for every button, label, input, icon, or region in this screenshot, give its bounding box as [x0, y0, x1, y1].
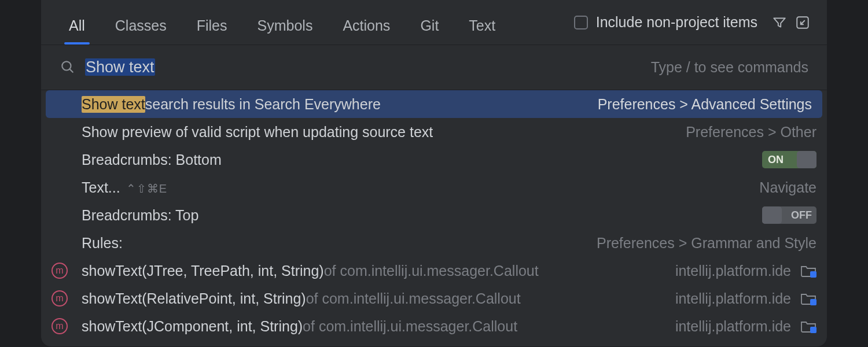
- result-label: Show preview of valid script when updati…: [82, 124, 433, 141]
- method-icon: m: [52, 290, 68, 307]
- result-label: Rules:: [82, 235, 123, 252]
- result-row[interactable]: Show preview of valid script when updati…: [41, 118, 827, 146]
- library-folder-icon: [800, 264, 816, 278]
- result-label: showText(JTree, TreePath, int, String): [82, 263, 324, 279]
- result-row[interactable]: Rules: Preferences > Grammar and Style: [41, 229, 827, 257]
- library-folder-icon: [800, 319, 816, 333]
- search-row: Show text Type / to see commands: [41, 45, 827, 90]
- svg-rect-5: [810, 327, 816, 333]
- search-input-value: Show text: [85, 58, 155, 76]
- result-row[interactable]: m showText(RelativePoint, int, String) o…: [41, 285, 827, 312]
- tab-text[interactable]: Text: [454, 5, 510, 45]
- result-module: intellij.platform.ide: [675, 318, 791, 335]
- result-module: intellij.platform.ide: [675, 263, 791, 279]
- toggle-knob: [797, 151, 816, 168]
- svg-rect-3: [810, 271, 816, 278]
- result-highlight: Show text: [82, 96, 145, 113]
- result-row[interactable]: Text... ⌃⇧⌘E Navigate: [41, 174, 827, 201]
- svg-line-2: [70, 69, 73, 72]
- tab-actions[interactable]: Actions: [328, 5, 405, 45]
- result-module: intellij.platform.ide: [675, 290, 791, 307]
- tab-files[interactable]: Files: [182, 5, 242, 45]
- filter-icon[interactable]: [768, 11, 791, 34]
- result-label: showText(JComponent, int, String): [82, 318, 303, 335]
- include-non-project-items[interactable]: Include non-project items: [574, 14, 757, 31]
- tab-git[interactable]: Git: [405, 5, 454, 45]
- result-shortcut: ⌃⇧⌘E: [126, 182, 167, 195]
- result-package: of com.intellij.ui.messager.Callout: [324, 263, 539, 279]
- search-icon: [60, 59, 75, 76]
- result-row[interactable]: m showText(JComponent, int, String) of c…: [41, 312, 827, 340]
- result-row[interactable]: Breadcrumbs: Bottom ON: [41, 146, 827, 174]
- result-path: Navigate: [759, 179, 816, 196]
- result-package: of com.intellij.ui.messager.Callout: [306, 290, 521, 307]
- result-row[interactable]: Breadcrumbs: Top OFF: [41, 201, 827, 229]
- method-icon: m: [52, 263, 68, 279]
- result-label: Breadcrumbs: Bottom: [82, 152, 222, 168]
- result-path: Preferences > Grammar and Style: [597, 235, 816, 252]
- toggle-label: ON: [768, 154, 784, 166]
- tab-all[interactable]: All: [54, 5, 100, 45]
- tabbar: All Classes Files Symbols Actions Git Te…: [41, 0, 827, 45]
- result-label: showText(RelativePoint, int, String): [82, 290, 306, 307]
- open-in-tool-window-icon[interactable]: [791, 11, 814, 34]
- svg-rect-4: [810, 299, 816, 305]
- result-row[interactable]: Show text search results in Search Every…: [46, 90, 822, 118]
- result-row[interactable]: m showText(JTree, TreePath, int, String)…: [41, 257, 827, 285]
- result-path: Preferences > Other: [686, 124, 816, 141]
- tabs: All Classes Files Symbols Actions Git Te…: [54, 0, 510, 45]
- result-label: Breadcrumbs: Top: [82, 207, 198, 224]
- search-input[interactable]: Show text: [85, 58, 155, 76]
- result-label: Text...: [82, 179, 120, 196]
- results-list: Show text search results in Search Every…: [41, 90, 827, 340]
- result-label: search results in Search Everywhere: [145, 96, 381, 113]
- include-non-project-label: Include non-project items: [596, 14, 757, 31]
- tab-symbols[interactable]: Symbols: [242, 5, 328, 45]
- toggle[interactable]: OFF: [762, 206, 816, 224]
- result-package: of com.intellij.ui.messager.Callout: [303, 318, 517, 335]
- tab-classes[interactable]: Classes: [100, 5, 182, 45]
- method-icon: m: [52, 318, 68, 334]
- toggle-label: OFF: [791, 209, 812, 222]
- search-everywhere-popup: All Classes Files Symbols Actions Git Te…: [41, 0, 827, 347]
- search-hint: Type / to see commands: [651, 59, 808, 76]
- toggle[interactable]: ON: [762, 151, 816, 168]
- result-path: Preferences > Advanced Settings: [598, 96, 812, 113]
- toggle-knob: [762, 206, 782, 224]
- checkbox-icon: [574, 16, 588, 29]
- library-folder-icon: [800, 291, 816, 305]
